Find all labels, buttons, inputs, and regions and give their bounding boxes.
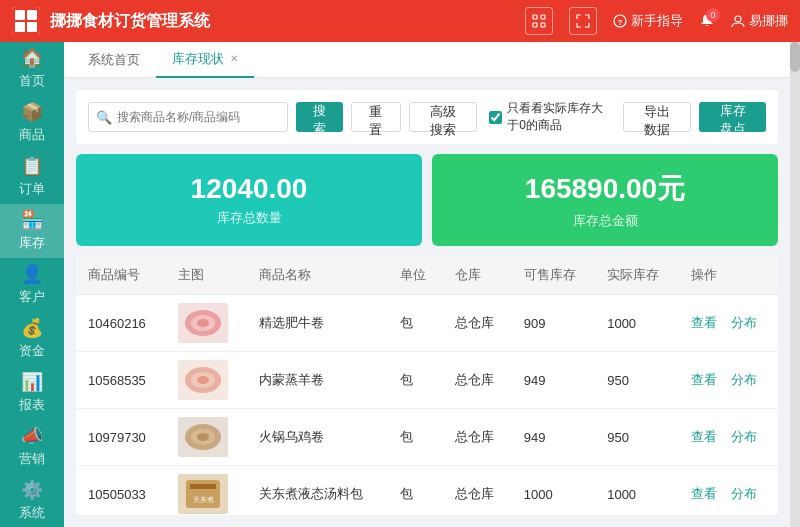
svg-text:关东煮: 关东煮 — [192, 496, 213, 504]
product-image: 关东煮 — [178, 474, 228, 514]
sidebar-item-home[interactable]: 🏠 首页 — [0, 42, 64, 96]
positive-stock-checkbox[interactable] — [489, 111, 502, 124]
guide-btn[interactable]: ? 新手指导 — [613, 12, 683, 30]
col-action: 操作 — [679, 256, 778, 295]
app-title: 挪挪食材订货管理系统 — [50, 11, 515, 32]
tab-home[interactable]: 系统首页 — [72, 42, 156, 78]
sidebar-item-customer-label: 客户 — [19, 288, 45, 306]
cell-actual: 1000 — [595, 295, 678, 352]
checkbox-wrap: 只看看实际库存大于0的商品 — [489, 100, 614, 134]
cell-unit: 包 — [388, 466, 443, 516]
col-actual: 实际库存 — [595, 256, 678, 295]
stocktake-button[interactable]: 库存盘点 — [699, 102, 766, 132]
search-button[interactable]: 搜索 — [296, 102, 343, 132]
sidebar: 🏠 首页 📦 商品 📋 订单 🏪 库存 👤 客户 💰 资金 📊 报表 📣 — [0, 42, 64, 527]
svg-rect-7 — [533, 23, 537, 27]
col-id: 商品编号 — [76, 256, 166, 295]
cell-actions: 查看 分布 — [679, 466, 778, 516]
cell-unit: 包 — [388, 295, 443, 352]
positive-stock-label: 只看看实际库存大于0的商品 — [507, 100, 614, 134]
cell-name: 关东煮液态汤料包 — [247, 466, 388, 516]
view-link[interactable]: 查看 — [691, 372, 717, 387]
svg-point-23 — [197, 433, 209, 441]
svg-rect-3 — [15, 22, 25, 32]
sidebar-item-order[interactable]: 📋 订单 — [0, 150, 64, 204]
main-layout: 🏠 首页 📦 商品 📋 订单 🏪 库存 👤 客户 💰 资金 📊 报表 📣 — [0, 42, 800, 527]
tab-inventory[interactable]: 库存现状 ✕ — [156, 42, 254, 78]
table-row: 10460216 精选肥牛卷 包 总仓库 909 1000 查看 分布 — [76, 295, 778, 352]
svg-rect-8 — [541, 23, 545, 27]
notification-btn[interactable]: 0 — [699, 13, 715, 29]
scrollbar[interactable] — [790, 42, 800, 527]
sidebar-item-home-label: 首页 — [19, 72, 45, 90]
content-area: 🔍 搜索 重置 高级搜索 只看看实际库存大于0的商品 导出数据 库存盘点 120… — [64, 78, 790, 527]
tab-inventory-label: 库存现状 — [172, 50, 224, 68]
sidebar-item-marketing[interactable]: 📣 营销 — [0, 419, 64, 473]
sidebar-item-inventory[interactable]: 🏪 库存 — [0, 204, 64, 258]
view-link[interactable]: 查看 — [691, 486, 717, 501]
sidebar-item-system-label: 系统 — [19, 504, 45, 522]
cell-actual: 950 — [595, 409, 678, 466]
product-icon: 📦 — [21, 101, 43, 123]
stat-card-quantity: 12040.00 库存总数量 — [76, 154, 422, 246]
sidebar-item-customer[interactable]: 👤 客户 — [0, 258, 64, 312]
tab-bar: 系统首页 库存现状 ✕ — [64, 42, 790, 78]
cell-image — [166, 352, 247, 409]
svg-rect-5 — [533, 15, 537, 19]
cell-available: 909 — [512, 295, 595, 352]
distribute-link[interactable]: 分布 — [731, 315, 757, 330]
system-icon: ⚙️ — [21, 479, 43, 501]
fullscreen-btn[interactable] — [569, 7, 597, 35]
distribute-link[interactable]: 分布 — [731, 372, 757, 387]
col-available: 可售库存 — [512, 256, 595, 295]
cell-warehouse: 总仓库 — [443, 409, 512, 466]
view-link[interactable]: 查看 — [691, 315, 717, 330]
report-icon: 📊 — [21, 371, 43, 393]
sidebar-item-report[interactable]: 📊 报表 — [0, 365, 64, 419]
col-image: 主图 — [166, 256, 247, 295]
cell-id: 10979730 — [76, 409, 166, 466]
svg-point-11 — [735, 16, 741, 22]
stat-value-amount: 165890.00元 — [525, 170, 685, 208]
cell-image — [166, 409, 247, 466]
table-row: 10505033 关东煮 关东煮液态汤料包 包 总仓库 1000 1000 查看… — [76, 466, 778, 516]
view-link[interactable]: 查看 — [691, 429, 717, 444]
sidebar-item-system[interactable]: ⚙️ 系统 — [0, 473, 64, 527]
product-image — [178, 360, 228, 400]
cell-available: 1000 — [512, 466, 595, 516]
expand-icon — [532, 14, 546, 28]
logo-icon — [12, 7, 40, 35]
sidebar-item-marketing-label: 营销 — [19, 450, 45, 468]
search-bar: 🔍 搜索 重置 高级搜索 只看看实际库存大于0的商品 导出数据 库存盘点 — [76, 90, 778, 144]
logo-container — [12, 7, 40, 35]
tab-close-inventory[interactable]: ✕ — [230, 53, 238, 64]
sidebar-item-finance-label: 资金 — [19, 342, 45, 360]
distribute-link[interactable]: 分布 — [731, 429, 757, 444]
stat-quantity-value: 12040.00 — [191, 173, 308, 205]
tab-home-label: 系统首页 — [88, 51, 140, 69]
user-btn[interactable]: 易挪挪 — [731, 12, 788, 30]
cell-available: 949 — [512, 352, 595, 409]
expand-btn[interactable] — [525, 7, 553, 35]
sidebar-item-product[interactable]: 📦 商品 — [0, 96, 64, 150]
order-icon: 📋 — [21, 155, 43, 177]
col-name: 商品名称 — [247, 256, 388, 295]
advanced-search-button[interactable]: 高级搜索 — [409, 102, 478, 132]
inventory-icon: 🏪 — [21, 209, 43, 231]
fullscreen-icon — [576, 14, 590, 28]
cell-name: 火锅乌鸡卷 — [247, 409, 388, 466]
guide-label: 新手指导 — [631, 12, 683, 30]
svg-point-19 — [197, 376, 209, 384]
distribute-link[interactable]: 分布 — [731, 486, 757, 501]
cell-id: 10568535 — [76, 352, 166, 409]
sidebar-item-report-label: 报表 — [19, 396, 45, 414]
export-button[interactable]: 导出数据 — [623, 102, 692, 132]
cell-available: 949 — [512, 409, 595, 466]
stat-value-label: 库存总金额 — [573, 212, 638, 230]
search-input[interactable] — [88, 102, 288, 132]
col-unit: 单位 — [388, 256, 443, 295]
scroll-thumb[interactable] — [790, 42, 800, 72]
cell-image — [166, 295, 247, 352]
sidebar-item-finance[interactable]: 💰 资金 — [0, 311, 64, 365]
reset-button[interactable]: 重置 — [351, 102, 400, 132]
